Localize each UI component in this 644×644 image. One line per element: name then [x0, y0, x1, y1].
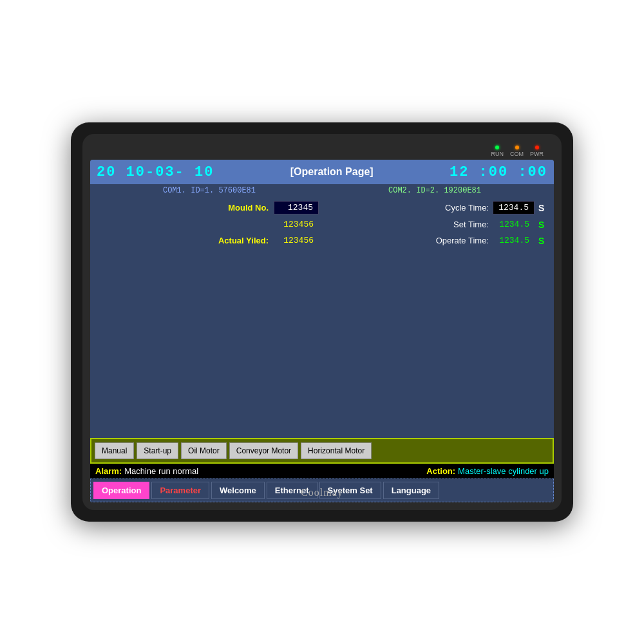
- nav-welcome[interactable]: Welcome: [211, 482, 265, 499]
- led-pwr-label: PWR: [530, 151, 544, 157]
- set-time-unit: S: [538, 220, 547, 230]
- startup-button[interactable]: Start-up: [137, 442, 178, 459]
- led-com-label: COM: [510, 151, 524, 157]
- led-com: COM: [510, 146, 524, 157]
- brand-label: Coolmay: [301, 487, 343, 498]
- led-indicators: RUN COM PWR: [491, 146, 544, 157]
- cycle-time-row: Cycle Time: 1234.5 S: [325, 201, 547, 214]
- motor-button-row: Manual Start-up Oil Motor Conveyor Motor…: [90, 438, 554, 464]
- com2-label: COM2. ID=2. 19200E81: [388, 186, 481, 195]
- horizontal-motor-button[interactable]: Horizontal Motor: [301, 442, 372, 459]
- data-area: Mould No. 12345 123456 Actual Yiled: 123…: [90, 197, 554, 438]
- screen-header: 20 10-03- 10 [Operation Page] 12 :00 :00: [90, 160, 554, 184]
- alarm-label: Alarm:: [95, 466, 122, 476]
- device-inner: RUN COM PWR 20 10-03- 10 [Operation Page…: [82, 134, 562, 510]
- mould-no-label: Mould No.: [228, 203, 269, 213]
- com-info-row: COM1. ID=1. 57600E81 COM2. ID=2. 19200E8…: [90, 184, 554, 197]
- mould-no-value: 12345: [274, 201, 319, 214]
- mould-no-row: Mould No. 12345: [97, 201, 319, 214]
- operate-time-row: Operate Time: 1234.5 S: [325, 234, 547, 247]
- brand-text: Coolmay: [301, 487, 343, 498]
- com1-label: COM1. ID=1. 57600E81: [163, 186, 256, 195]
- manual-button[interactable]: Manual: [95, 442, 134, 459]
- operate-time-unit: S: [538, 236, 547, 246]
- screen: 20 10-03- 10 [Operation Page] 12 :00 :00…: [90, 160, 554, 502]
- cycle-time-label: Cycle Time:: [445, 203, 489, 213]
- action-label: Action:: [426, 466, 455, 476]
- oil-motor-button[interactable]: Oil Motor: [181, 442, 227, 459]
- screen-time: 12 :00 :00: [450, 164, 547, 180]
- device-body: RUN COM PWR 20 10-03- 10 [Operation Page…: [71, 122, 573, 522]
- data-left: Mould No. 12345 123456 Actual Yiled: 123…: [97, 201, 319, 434]
- led-run: RUN: [491, 146, 504, 157]
- nav-language[interactable]: Language: [383, 482, 439, 499]
- operate-time-label: Operate Time:: [436, 236, 489, 245]
- set-time-row: Set Time: 1234.5 S: [325, 218, 547, 231]
- cycle-time-unit: S: [538, 203, 547, 213]
- screen-date: 20 10-03- 10: [97, 164, 214, 180]
- data-right: Cycle Time: 1234.5 S Set Time: 1234.5 S …: [325, 201, 547, 434]
- operate-time-value: 1234.5: [493, 234, 535, 247]
- alarm-text: Machine run normal: [124, 466, 426, 476]
- nav-operation[interactable]: Operation: [93, 482, 149, 499]
- actual-yield-row: Actual Yiled: 123456: [97, 234, 319, 247]
- cycle-time-value: 1234.5: [493, 201, 535, 214]
- led-pwr: PWR: [530, 146, 544, 157]
- mould-no-row2: 123456: [97, 218, 319, 231]
- alarm-row: Alarm: Machine run normal Action: Master…: [90, 464, 554, 478]
- actual-yield-label: Actual Yiled:: [218, 236, 269, 245]
- led-com-dot: [515, 146, 519, 149]
- led-run-dot: [495, 146, 499, 149]
- nav-parameter[interactable]: Parameter: [151, 482, 209, 499]
- led-run-label: RUN: [491, 151, 504, 157]
- screen-title: [Operation Page]: [290, 166, 374, 178]
- actual-yield-value: 123456: [274, 234, 319, 247]
- set-time-value: 1234.5: [493, 218, 535, 231]
- action-text: Master-slave cylinder up: [458, 466, 549, 476]
- conveyor-motor-button[interactable]: Conveyor Motor: [229, 442, 298, 459]
- led-pwr-dot: [535, 146, 539, 149]
- mould-no-value2: 123456: [274, 218, 319, 231]
- set-time-label: Set Time:: [453, 220, 489, 229]
